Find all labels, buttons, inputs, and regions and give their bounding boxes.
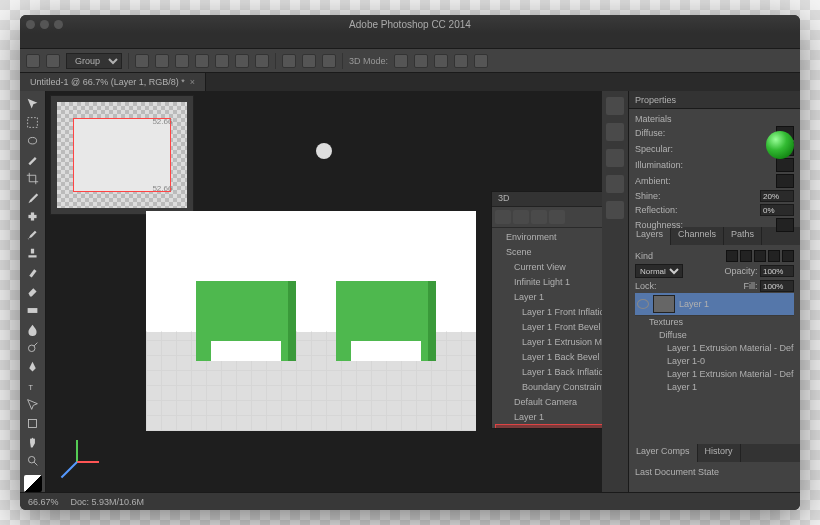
3d-tree-item[interactable]: Layer 1 Front Bevel Material (496, 320, 602, 335)
path-tool[interactable] (23, 396, 43, 413)
texture-item[interactable]: Layer 1 (649, 381, 794, 394)
texture-item[interactable]: Layer 1-0 (649, 355, 794, 368)
roughness-swatch[interactable] (776, 218, 794, 232)
eraser-tool[interactable] (23, 283, 43, 300)
3d-tree-item[interactable]: Boundary Constraint 1 (496, 380, 602, 395)
transform-icon[interactable] (135, 54, 149, 68)
filter-smart-icon[interactable] (782, 250, 794, 262)
blend-mode-select[interactable]: Normal (635, 264, 683, 278)
visibility-icon[interactable] (637, 299, 649, 309)
material-preview-icon[interactable] (766, 131, 794, 159)
properties-header[interactable]: Properties (629, 91, 800, 109)
axis-gizmo[interactable] (76, 432, 106, 462)
filter-mesh-icon[interactable] (513, 210, 529, 224)
align-top-icon[interactable] (215, 54, 229, 68)
move-tool-icon[interactable] (26, 54, 40, 68)
tab-layer-comps[interactable]: Layer Comps (629, 444, 698, 462)
canvas-area[interactable]: 3D EnvironmentSceneCurrent ViewInfinite … (46, 91, 602, 492)
eyedropper-tool[interactable] (23, 189, 43, 206)
pen-tool[interactable] (23, 358, 43, 375)
filter-light-icon[interactable] (549, 210, 565, 224)
zoom-level[interactable]: 66.67% (28, 497, 59, 507)
align-bottom-icon[interactable] (255, 54, 269, 68)
adjustments-dock-icon[interactable] (606, 149, 624, 167)
dodge-tool[interactable] (23, 340, 43, 357)
layer-thumb[interactable] (653, 295, 675, 313)
3d-tree-item[interactable]: Layer 1 (496, 410, 602, 425)
fill-input[interactable] (760, 280, 794, 292)
move-tool[interactable] (23, 95, 43, 112)
menu-bar[interactable] (20, 33, 800, 49)
shine-input[interactable] (760, 190, 794, 202)
align-left-icon[interactable] (155, 54, 169, 68)
3d-viewport[interactable] (146, 211, 476, 431)
filter-adjust-icon[interactable] (740, 250, 752, 262)
rotate3d-icon[interactable] (394, 54, 408, 68)
heal-tool[interactable] (23, 208, 43, 225)
gradient-tool[interactable] (23, 302, 43, 319)
distribute-icon[interactable] (302, 54, 316, 68)
scale3d-icon[interactable] (474, 54, 488, 68)
pan3d-icon[interactable] (434, 54, 448, 68)
3d-object-1[interactable] (196, 281, 296, 361)
color-dock-icon[interactable] (606, 97, 624, 115)
zoom-tool[interactable] (23, 452, 43, 469)
wand-tool[interactable] (23, 151, 43, 168)
ambient-swatch[interactable] (776, 174, 794, 188)
hand-tool[interactable] (23, 434, 43, 451)
texture-item[interactable]: Layer 1 Extrusion Material - Defaul... (649, 368, 794, 381)
distribute-icon[interactable] (322, 54, 336, 68)
3d-tree-item[interactable]: Layer 1 Back Inflation Material (496, 365, 602, 380)
last-doc-state[interactable]: Last Document State (635, 467, 719, 477)
3d-tree-item[interactable]: Layer 1 Extrusion Material (496, 335, 602, 350)
shape-tool[interactable] (23, 415, 43, 432)
align-right-icon[interactable] (195, 54, 209, 68)
filter-shape-icon[interactable] (768, 250, 780, 262)
textures-group[interactable]: Textures (649, 316, 794, 329)
color-swatch[interactable] (24, 475, 42, 492)
navigator-viewbox[interactable] (73, 118, 172, 192)
document-tab[interactable]: Untitled-1 @ 66.7% (Layer 1, RGB/8) * × (20, 73, 206, 91)
stamp-tool[interactable] (23, 246, 43, 263)
3d-panel[interactable]: 3D EnvironmentSceneCurrent ViewInfinite … (491, 191, 602, 429)
layer-row[interactable]: Layer 1 (635, 293, 794, 316)
roll3d-icon[interactable] (414, 54, 428, 68)
3d-tree-item[interactable]: Default Camera (496, 395, 602, 410)
3d-tree-item[interactable]: Layer 1 Front Inflation Material 1 (496, 425, 602, 428)
3d-tab[interactable]: 3D (492, 192, 516, 206)
close-tab-icon[interactable]: × (190, 77, 195, 87)
blur-tool[interactable] (23, 321, 43, 338)
marquee-tool[interactable] (23, 114, 43, 131)
3d-tree-item[interactable]: Layer 1 Back Bevel Material (496, 350, 602, 365)
doc-size[interactable]: Doc: 5.93M/10.6M (71, 497, 145, 507)
styles-dock-icon[interactable] (606, 175, 624, 193)
titlebar[interactable]: Adobe Photoshop CC 2014 (20, 15, 800, 33)
sync-badge-icon[interactable] (316, 143, 332, 159)
texture-item[interactable]: Diffuse (649, 329, 794, 342)
3d-tree-item[interactable]: Infinite Light 1 (496, 275, 602, 290)
opacity-input[interactable] (760, 265, 794, 277)
3d-tree-item[interactable]: Current View (496, 260, 602, 275)
illumination-swatch[interactable] (776, 158, 794, 172)
3d-object-2[interactable] (336, 281, 436, 361)
align-middle-icon[interactable] (235, 54, 249, 68)
3d-tree-item[interactable]: Scene (496, 245, 602, 260)
lasso-tool[interactable] (23, 133, 43, 150)
3d-tree-item[interactable]: Layer 1 Front Inflation Material (496, 305, 602, 320)
filter-all-icon[interactable] (495, 210, 511, 224)
swatches-dock-icon[interactable] (606, 123, 624, 141)
3d-tree-item[interactable]: Environment (496, 230, 602, 245)
group-select[interactable]: Group (66, 53, 122, 69)
align-center-icon[interactable] (175, 54, 189, 68)
type-tool[interactable]: T (23, 377, 43, 394)
filter-material-icon[interactable] (531, 210, 547, 224)
navigator-overlay[interactable] (50, 95, 194, 215)
history-brush-tool[interactable] (23, 264, 43, 281)
crop-tool[interactable] (23, 170, 43, 187)
3d-tree-item[interactable]: Layer 1 (496, 290, 602, 305)
distribute-icon[interactable] (282, 54, 296, 68)
filter-pixel-icon[interactable] (726, 250, 738, 262)
tab-history[interactable]: History (698, 444, 741, 462)
slide3d-icon[interactable] (454, 54, 468, 68)
brush-tool[interactable] (23, 227, 43, 244)
